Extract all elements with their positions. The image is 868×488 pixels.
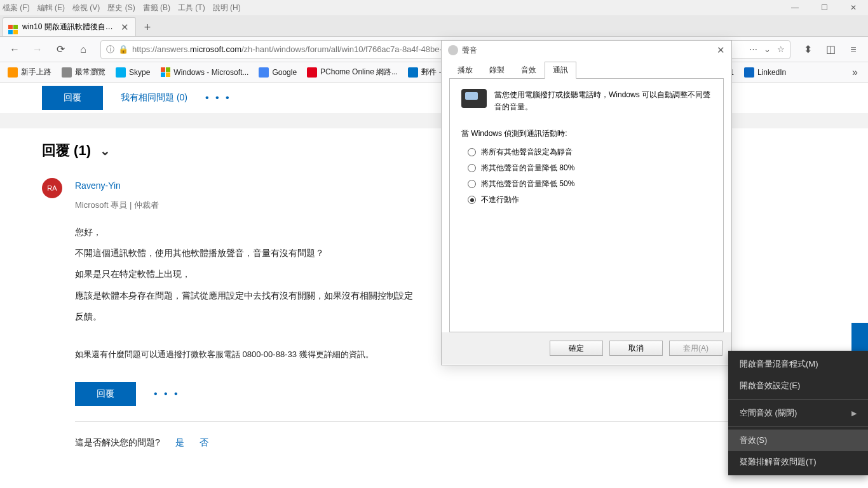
sound-option[interactable]: 將所有其他聲音設定為靜音 <box>468 147 712 158</box>
context-menu-label: 空間音效 (關閉) <box>740 407 797 419</box>
chevron-right-icon: ▶ <box>851 409 857 417</box>
menu-help[interactable]: 說明 (H) <box>213 3 241 13</box>
window-maximize[interactable]: ☐ <box>810 0 839 15</box>
tray-context-menu: 開啟音量混音程式(M)開啟音效設定(E)空間音效 (關閉)▶音效(S)疑難排解音… <box>728 351 868 475</box>
bookmarks-overflow-icon[interactable]: » <box>846 67 864 78</box>
sound-option[interactable]: 將其他聲音的音量降低 50% <box>468 179 712 189</box>
library-icon[interactable]: ⬍ <box>798 40 817 59</box>
bookmark-favicon <box>744 67 754 78</box>
context-menu-item[interactable]: 疑難排解音效問題(T) <box>728 451 868 473</box>
menu-edit[interactable]: 編輯 (E) <box>37 3 65 13</box>
chevron-down-icon[interactable]: ⌄ <box>100 143 111 158</box>
sound-tab[interactable]: 播放 <box>449 62 481 79</box>
sidebar-icon[interactable]: ◫ <box>821 40 840 59</box>
phone-icon <box>461 89 487 108</box>
sound-description: 當您使用電腦撥打或接聽電話時，Windows 可以自動調整不同聲音的音量。 <box>494 89 712 113</box>
more-actions-icon[interactable]: • • • <box>205 92 231 104</box>
sound-tab[interactable]: 音效 <box>513 62 545 79</box>
tab-close-icon[interactable]: ✕ <box>119 22 130 33</box>
window-close[interactable]: ✕ <box>839 0 868 15</box>
new-tab-button[interactable]: + <box>139 18 156 36</box>
forward-button[interactable]: → <box>28 40 47 59</box>
context-menu-label: 開啟音效設定(E) <box>740 380 800 391</box>
bookmark-label: Google <box>272 68 297 77</box>
sound-tab[interactable]: 錄製 <box>481 62 513 79</box>
menu-bookmarks[interactable]: 書籤 (B) <box>143 3 170 13</box>
section-divider <box>0 113 868 128</box>
sound-option-label: 將其他聲音的音量降低 80% <box>481 163 574 173</box>
avatar: RA <box>42 178 62 198</box>
bookmark-favicon <box>62 67 72 78</box>
apply-button[interactable]: 套用(A) <box>669 341 722 356</box>
question-actions: 回覆 我有相同問題 (0) • • • <box>0 83 868 113</box>
lock-icon: 🔒 <box>118 44 128 54</box>
bookmark-favicon <box>8 67 18 78</box>
bookmark-label: 新手上路 <box>21 67 51 78</box>
radio-icon <box>468 180 476 188</box>
bookmark-favicon <box>408 67 418 78</box>
home-button[interactable]: ⌂ <box>74 40 93 59</box>
bookmark-label: LinkedIn <box>757 68 786 77</box>
window-minimize[interactable]: — <box>780 0 810 15</box>
bookmark-item[interactable]: Skype <box>112 64 154 81</box>
bookmark-item[interactable]: 新手上路 <box>4 64 55 81</box>
context-menu-item[interactable]: 開啟音量混音程式(M) <box>728 353 868 375</box>
context-menu-item[interactable]: 開啟音效設定(E) <box>728 375 868 396</box>
sound-option[interactable]: 不進行動作 <box>468 194 712 205</box>
site-info-icon[interactable]: ⓘ <box>106 44 114 55</box>
window-menubar: 檔案 (F) 編輯 (E) 檢視 (V) 歷史 (S) 書籤 (B) 工具 (T… <box>0 0 868 15</box>
menu-view[interactable]: 檢視 (V) <box>72 3 100 13</box>
browser-tabstrip: win10 開啟通訊軟體後自動調... ✕ + <box>0 15 868 37</box>
bookmark-label: PChome Online 網路... <box>320 67 398 78</box>
close-icon[interactable]: ✕ <box>717 44 725 56</box>
more-icon[interactable]: ⋯ <box>749 44 757 54</box>
more-actions-icon[interactable]: • • • <box>154 383 180 405</box>
bookmarks-bar: 新手上路最常瀏覽SkypeWindows - Microsoft...Googl… <box>0 62 868 83</box>
bookmark-item[interactable]: Windows - Microsoft... <box>156 64 252 81</box>
tab-favicon <box>8 22 18 32</box>
reload-button[interactable]: ⟳ <box>51 40 70 59</box>
bookmark-item[interactable]: LinkedIn <box>740 64 790 81</box>
bookmark-item[interactable]: Google <box>255 64 301 81</box>
bookmark-item[interactable]: PChome Online 網路... <box>303 64 402 81</box>
bookmark-label: Skype <box>129 68 150 77</box>
cancel-button[interactable]: 取消 <box>609 341 663 356</box>
context-menu-label: 開啟音量混音程式(M) <box>740 358 818 370</box>
menu-file[interactable]: 檔案 (F) <box>3 3 30 13</box>
menu-history[interactable]: 歷史 (S) <box>107 3 135 13</box>
tab-title: win10 開啟通訊軟體後自動調... <box>22 22 119 32</box>
solve-yes[interactable]: 是 <box>175 433 184 452</box>
context-menu-item[interactable]: 空間音效 (關閉)▶ <box>728 402 868 424</box>
bookmark-favicon <box>259 67 269 78</box>
context-menu-item[interactable]: 音效(S) <box>728 430 868 451</box>
sound-dialog: 聲音 ✕ 播放錄製音效通訊 當您使用電腦撥打或接聽電話時，Windows 可以自… <box>441 40 732 365</box>
sound-options-label: 當 Windows 偵測到通訊活動時: <box>461 128 712 139</box>
browser-tab[interactable]: win10 開啟通訊軟體後自動調... ✕ <box>3 17 136 36</box>
sound-dialog-icon <box>448 45 458 55</box>
sound-option-label: 不進行動作 <box>481 194 519 205</box>
browser-toolbar: ← → ⟳ ⌂ ⓘ 🔒 https://answers.microsoft.co… <box>0 37 868 62</box>
solve-no[interactable]: 否 <box>200 433 208 452</box>
reply-button[interactable]: 回覆 <box>42 86 103 110</box>
pocket-icon[interactable]: ⌄ <box>764 44 771 54</box>
sound-option-label: 將其他聲音的音量降低 50% <box>481 179 574 189</box>
bookmark-favicon <box>116 67 126 78</box>
solve-question-label: 這是否解決您的問題? <box>75 433 160 452</box>
bookmark-star-icon[interactable]: ☆ <box>777 44 785 54</box>
sound-option[interactable]: 將其他聲音的音量降低 80% <box>468 163 712 173</box>
replies-heading: 回覆 (1) <box>42 141 91 160</box>
bookmark-favicon <box>307 67 317 78</box>
bookmark-label: 最常瀏覽 <box>75 67 105 78</box>
bookmark-item[interactable]: 最常瀏覽 <box>58 64 109 81</box>
context-menu-label: 疑難排解音效問題(T) <box>740 456 817 468</box>
sound-option-label: 將所有其他聲音設定為靜音 <box>481 147 573 158</box>
menu-icon[interactable]: ≡ <box>844 40 863 59</box>
reply-button[interactable]: 回覆 <box>75 382 136 406</box>
back-button[interactable]: ← <box>5 40 24 59</box>
ok-button[interactable]: 確定 <box>550 341 603 356</box>
same-question-link[interactable]: 我有相同問題 (0) <box>121 92 187 104</box>
sound-dialog-title: 聲音 <box>462 45 477 56</box>
menu-tools[interactable]: 工具 (T) <box>178 3 205 13</box>
sound-tab[interactable]: 通訊 <box>545 62 576 79</box>
radio-icon <box>468 148 476 156</box>
